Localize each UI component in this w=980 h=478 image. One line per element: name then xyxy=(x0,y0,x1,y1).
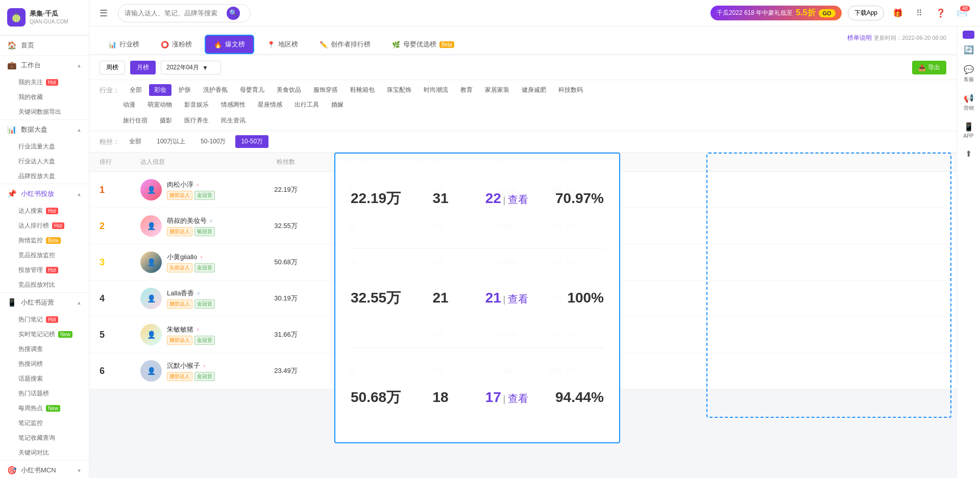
ops-icon: 📱 xyxy=(7,298,17,307)
sidebar-sub-myguan[interactable]: 我的关注Hot xyxy=(0,75,89,90)
overlay-explosive-1: 22 | 查看 xyxy=(461,190,553,207)
industry-tag-shoes[interactable]: 鞋靴箱包 xyxy=(345,84,380,96)
sidebar-item-mcn[interactable]: 🎯 小红书MCN ▼ xyxy=(0,461,89,478)
download-app-button[interactable]: 下载App xyxy=(848,6,884,20)
apps-icon-btn[interactable]: ⠿ xyxy=(912,6,927,21)
marketing-btn[interactable]: 📢 营销 xyxy=(959,89,978,116)
industry-tag-pets[interactable]: 萌宠动物 xyxy=(142,99,177,111)
industry-tag-maternity[interactable]: 母婴育儿 xyxy=(235,84,270,96)
sidebar-sub-jingpin-monitor[interactable]: 竞品投放监控 xyxy=(0,248,89,263)
tab-industry[interactable]: 📊 行业榜 xyxy=(100,35,148,54)
sidebar-sub-hot-search[interactable]: 热搜调查 xyxy=(0,342,89,357)
tab-region[interactable]: 📍 地区榜 xyxy=(258,35,307,54)
promo-banner[interactable]: 千瓜2022 618 年中豪礼低至 5.5折 GO xyxy=(710,6,842,20)
industry-tag-photo[interactable]: 摄影 xyxy=(155,115,177,127)
gender-icon-1: ♀ xyxy=(195,182,200,188)
tab-growth[interactable]: ⭕ 涨粉榜 xyxy=(152,35,201,54)
customer-service-btn[interactable]: 💬 客服 xyxy=(959,61,978,87)
refresh-icon: 🔄 xyxy=(964,45,974,55)
industry-tag-medical[interactable]: 医疗养生 xyxy=(179,115,214,127)
industry-tag-emotion[interactable]: 情感两性 xyxy=(216,99,251,111)
industry-tag-haircare[interactable]: 洗护香氛 xyxy=(198,84,233,96)
sidebar-sub-industry-traffic[interactable]: 行业流量大盘 xyxy=(0,139,89,154)
industry-tag-travel[interactable]: 旅行住宿 xyxy=(118,115,153,127)
industry-tag-fashion[interactable]: 时尚潮流 xyxy=(419,84,453,96)
export-button[interactable]: 📥 导出 xyxy=(912,61,946,74)
sidebar-item-workspace[interactable]: 💼 工作台 ▲ xyxy=(0,56,89,75)
overlay-row-2: 32.55万 21 21 | 查看 100% xyxy=(351,278,604,318)
sidebar-sub-note-monitor[interactable]: 笔记监控 xyxy=(0,416,89,431)
sidebar: 🍈 果集·千瓜 QIAN-GUA.COM 🏠 首页 💼 工作台 ▲ 我的关注Ho… xyxy=(0,0,89,478)
sidebar-sub-industry-talent[interactable]: 行业达人大盘 xyxy=(0,154,89,169)
tag-crown-3: 金冠音 xyxy=(194,263,215,272)
industry-tag-tech[interactable]: 科技数码 xyxy=(553,84,588,96)
promo-go-btn[interactable]: GO xyxy=(819,9,836,17)
sidebar-sub-hot-words[interactable]: 热搜词榜 xyxy=(0,357,89,371)
industry-tag-astrology[interactable]: 星座情感 xyxy=(253,99,287,111)
help-icon-btn[interactable]: ❓ xyxy=(933,6,948,21)
sidebar-item-databoard[interactable]: 📊 数据大盘 ▲ xyxy=(0,120,89,139)
tab-creator[interactable]: ✏️ 创作者排行榜 xyxy=(311,35,379,54)
period-monthly-btn[interactable]: 月榜 xyxy=(130,61,156,74)
sidebar-sub-hotnotes[interactable]: 热门笔记Hot xyxy=(0,312,89,327)
industry-tag-education[interactable]: 教育 xyxy=(455,84,478,96)
user-tags-4: 腰部达人 金冠音 xyxy=(167,299,215,309)
industry-tag-makeup[interactable]: 彩妆 xyxy=(149,84,172,96)
sidebar-sub-talent-rank[interactable]: 达人排行榜Hot xyxy=(0,218,89,233)
marketing-icon: 📢 xyxy=(964,93,974,103)
industry-tag-home[interactable]: 家居家装 xyxy=(480,84,514,96)
sidebar-sub-talent-search[interactable]: 达人搜索Hot xyxy=(0,204,89,218)
sidebar-sub-weekly-hot[interactable]: 每周热点New xyxy=(0,401,89,416)
industry-tag-wedding[interactable]: 婚嫁 xyxy=(326,99,349,111)
sidebar-item-put[interactable]: 📌 小红书投放 ▲ xyxy=(0,184,89,204)
sidebar-sub-brand-put[interactable]: 品牌投放大盘 xyxy=(0,169,89,184)
sidebar-sub-hot-topics[interactable]: 热门话题榜 xyxy=(0,386,89,401)
industry-tag-fitness[interactable]: 健身减肥 xyxy=(517,84,551,96)
industry-tag-skincare[interactable]: 护肤 xyxy=(174,84,196,96)
industry-tag-transport[interactable]: 出行工具 xyxy=(289,99,324,111)
tab-explosive[interactable]: 🔥 爆文榜 xyxy=(205,35,254,54)
search-input[interactable] xyxy=(125,9,227,17)
date-select[interactable]: 2022年04月 ▼ xyxy=(161,61,221,74)
scroll-top-btn[interactable]: ⬆ xyxy=(959,145,978,163)
sidebar-sub-export[interactable]: 关键词数据导出 xyxy=(0,105,89,119)
sidebar-sub-jingpin-contrast[interactable]: 竞品投放对比 xyxy=(0,278,89,292)
legend-link[interactable]: 榜单说明 xyxy=(847,34,872,42)
app-icon: 📱 xyxy=(964,122,974,132)
sidebar-sub-note-collect[interactable]: 笔记收藏查询 xyxy=(0,431,89,445)
tab-mother-baby[interactable]: 🌿 母婴优选榜 Beta xyxy=(383,35,463,54)
fans-tag-1m[interactable]: 100万以上 xyxy=(151,135,191,148)
sidebar-sub-realtime[interactable]: 实时笔记记榜New xyxy=(0,327,89,342)
sidebar-sub-topic-search[interactable]: 话题搜索 xyxy=(0,371,89,386)
fans-tag-10-50[interactable]: 10-50万 xyxy=(235,135,268,148)
sidebar-sub-mycollect[interactable]: 我的收藏 xyxy=(0,90,89,105)
refresh-btn[interactable]: 🔄 xyxy=(959,41,978,59)
sidebar-item-ops[interactable]: 📱 小红书运营 ▲ xyxy=(0,293,89,312)
industry-tag-all[interactable]: 全部 xyxy=(125,84,147,96)
industry-tag-public[interactable]: 民生资讯 xyxy=(216,115,251,127)
notification-btn[interactable]: ✉️ 48 xyxy=(954,6,970,21)
search-button[interactable]: 🔍 xyxy=(227,7,240,20)
sidebar-item-home[interactable]: 🏠 首页 xyxy=(0,36,89,55)
fans-tag-all[interactable]: 全部 xyxy=(124,135,147,148)
rank-4: 4 xyxy=(100,293,140,304)
rank-6: 6 xyxy=(100,366,140,376)
period-weekly-btn[interactable]: 周榜 xyxy=(100,61,125,74)
tag-crown-5: 金冠音 xyxy=(194,336,215,345)
industry-tag-clothes[interactable]: 服饰穿搭 xyxy=(308,84,343,96)
industry-bar-row3: 旅行住宿 摄影 医疗养生 民生资讯 xyxy=(89,114,957,131)
industry-tag-food[interactable]: 美食饮品 xyxy=(272,84,306,96)
gender-icon-5: ♀ xyxy=(195,326,200,333)
fans-tag-50-100[interactable]: 50-100万 xyxy=(195,135,231,148)
app-btn[interactable]: 📱 APP xyxy=(959,118,978,143)
gift-icon-btn[interactable]: 🎁 xyxy=(890,6,905,21)
sidebar-sub-put-manage[interactable]: 投放管理Hot xyxy=(0,263,89,278)
tab-region-icon: 📍 xyxy=(267,41,275,48)
industry-tag-jewelry[interactable]: 珠宝配饰 xyxy=(382,84,416,96)
sidebar-sub-yuqing[interactable]: 舆情监控Beta xyxy=(0,233,89,248)
sidebar-sub-keyword-contrast[interactable]: 关键词对比 xyxy=(0,445,89,460)
compare-button[interactable]: 对比 xyxy=(963,31,974,39)
industry-tag-entertainment[interactable]: 影音娱乐 xyxy=(179,99,214,111)
industry-tag-anime[interactable]: 动漫 xyxy=(118,99,140,111)
menu-icon[interactable]: ☰ xyxy=(100,8,108,19)
